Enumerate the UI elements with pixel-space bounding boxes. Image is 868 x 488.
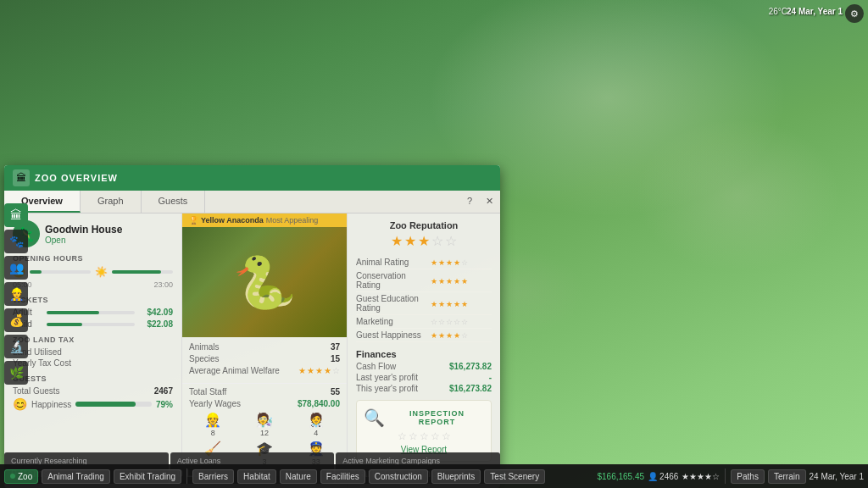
yearly-tax-row: Yearly Tax Cost	[13, 358, 173, 368]
cash-flow-row: Cash Flow $16,273.82	[356, 362, 492, 371]
panel-left: 🦎 Goodwin House Open OPENING HOURS 🌙 ☀️	[4, 214, 182, 488]
guest-happiness-stars: ★★★★☆	[431, 329, 492, 342]
panel-middle: 🏆 Yellow Anaconda Most Appealing Animals…	[182, 214, 348, 488]
guest-happiness-label: Guest Happiness	[356, 329, 431, 342]
rating-row-conservation: Conservation Rating ★★★★★	[356, 269, 492, 292]
sun-icon: ☀️	[95, 266, 108, 278]
cash-flow-label: Cash Flow	[356, 362, 396, 371]
happiness-label: Happiness	[31, 400, 71, 409]
date-display: 24 Mar, Year 1	[787, 7, 843, 16]
rep-star-2: ★	[404, 233, 416, 249]
zookeeper-icon: 👷	[204, 412, 221, 428]
land-utilised-row: Land Utilised	[13, 347, 173, 357]
taskbar-terrain-btn[interactable]: Terrain	[768, 469, 806, 484]
animal-icon-btn[interactable]: 🐾	[4, 230, 28, 253]
guest-icon-btn[interactable]: 👥	[4, 256, 28, 280]
rating-table: Animal Rating ★★★★☆ Conservation Rating …	[356, 256, 492, 342]
taskbar-sep-1	[186, 469, 187, 484]
star-rating: ★★★★☆	[682, 472, 720, 481]
happiness-pct: 79%	[156, 400, 173, 409]
zoo-name: Goodwin House	[45, 224, 173, 236]
rating-row-education: Guest Education Rating ★★★★★	[356, 292, 492, 315]
taskbar-scenery-btn[interactable]: Test Scenery	[484, 469, 545, 484]
habitat-label: Habitat	[243, 472, 270, 481]
taskbar-zoo-label: Zoo	[18, 472, 32, 481]
date-stat: 24 Mar, Year 1	[810, 472, 865, 481]
staff-cell-2: 🧑‍⚕️ 4	[292, 412, 340, 437]
overview-icon-btn[interactable]: 🏛	[4, 203, 28, 227]
hours-row: 🌙 ☀️	[13, 266, 173, 278]
terrain-label: Terrain	[774, 472, 800, 481]
total-staff-row: Total Staff 55	[189, 387, 340, 396]
last-year-label: Last year's profit	[356, 373, 418, 382]
zoo-name-info: Goodwin House Open	[45, 224, 173, 245]
panel-right: Zoo Reputation ★ ★ ★ ☆ ☆ Animal Rating ★…	[348, 214, 500, 488]
total-guests-value: 2467	[154, 386, 173, 396]
staff-icon-btn[interactable]: 👷	[4, 282, 28, 306]
taskbar-nature-btn[interactable]: Nature	[280, 469, 317, 484]
settings-icon[interactable]: ⚙	[845, 4, 864, 23]
animal-image	[182, 227, 347, 337]
tab-graph[interactable]: Graph	[81, 191, 142, 213]
taskbar-habitat-btn[interactable]: Habitat	[237, 469, 276, 484]
this-year-value: $16,273.82	[449, 384, 492, 393]
education-label: Guest Education Rating	[356, 292, 431, 315]
inspection-icon: 🔍	[364, 408, 385, 428]
rep-star-5: ☆	[445, 233, 457, 249]
taskbar-facilities-btn[interactable]: Facilities	[320, 469, 365, 484]
taskbar-sep-2	[725, 469, 726, 484]
finances-section: Finances Cash Flow $16,273.82 Last year'…	[356, 349, 492, 393]
research-icon-btn[interactable]: 🔬	[4, 335, 28, 358]
taskbar-animal-trading-btn[interactable]: Animal Trading	[42, 469, 110, 484]
welfare-stars: ★ ★ ★ ★ ☆	[298, 366, 340, 375]
child-price: $22.08	[139, 319, 173, 329]
rating-row-happiness: Guest Happiness ★★★★☆	[356, 329, 492, 342]
ticket-child-row: Child $22.08	[13, 319, 173, 329]
finance-icon-btn[interactable]: 💰	[4, 308, 28, 332]
opening-hours-label: OPENING HOURS	[13, 254, 173, 263]
animals-value: 37	[331, 342, 340, 352]
reputation-section: Zoo Reputation ★ ★ ★ ☆ ☆	[356, 220, 492, 249]
inspection-label: INSPECTION REPORT	[390, 409, 484, 426]
tab-guests[interactable]: Guests	[142, 191, 206, 213]
adult-ticket-slider[interactable]	[47, 311, 135, 314]
welfare-stat-row: Average Animal Welfare ★ ★ ★ ★ ☆	[189, 366, 340, 375]
rep-stars: ★ ★ ★ ☆ ☆	[356, 233, 492, 249]
taskbar-zoo-btn[interactable]: Zoo	[4, 469, 38, 484]
animal-rating-stars: ★★★★☆	[431, 256, 492, 269]
taskbar-exhibit-btn[interactable]: Exhibit Trading	[114, 469, 181, 484]
money-stat: $166,165.45	[597, 472, 644, 481]
scientist-icon: 🧑‍🔬	[256, 412, 273, 428]
total-guests-label: Total Guests	[13, 386, 60, 396]
yearly-wages-row: Yearly Wages $78,840.00	[189, 399, 340, 408]
guests-count: 2466	[659, 472, 678, 481]
bottom-taskbar: Zoo Animal Trading Exhibit Trading Barri…	[0, 464, 868, 488]
panel-content: 🦎 Goodwin House Open OPENING HOURS 🌙 ☀️	[4, 214, 500, 488]
animal-badge-sub: Most Appealing	[266, 216, 319, 225]
total-guests-row: Total Guests 2467	[13, 386, 173, 396]
tab-help[interactable]: ?	[460, 191, 479, 213]
taskbar-paths-btn[interactable]: Paths	[731, 469, 765, 484]
zoo-land-tax-label: ZOO LAND TAX	[13, 336, 173, 344]
child-ticket-slider[interactable]	[47, 323, 135, 326]
hours-slider[interactable]	[30, 270, 91, 274]
hours-slider-right[interactable]	[112, 270, 173, 274]
taskbar-barriers-btn[interactable]: Barriers	[192, 469, 234, 484]
top-right-icons: ⚙	[845, 4, 864, 23]
taskbar-construction-btn[interactable]: Construction	[369, 469, 428, 484]
conservation-icon-btn[interactable]: 🌿	[4, 361, 28, 385]
facilities-label: Facilities	[326, 472, 359, 481]
taskbar-right: $166,165.45 👤 2466 ★★★★☆ Paths Terrain 2…	[597, 469, 864, 484]
conservation-label: Conservation Rating	[356, 269, 431, 292]
barriers-label: Barriers	[198, 472, 228, 481]
last-year-value: -	[489, 373, 492, 382]
tab-close[interactable]: ✕	[479, 191, 500, 213]
open-to: 23:00	[153, 280, 173, 289]
taskbar-blueprints-btn[interactable]: Blueprints	[431, 469, 481, 484]
panel-header-icon: 🏛	[13, 169, 30, 186]
construction-label: Construction	[375, 472, 422, 481]
date-value: 24 Mar, Year 1	[810, 472, 865, 481]
nature-label: Nature	[286, 472, 311, 481]
species-stat-row: Species 15	[189, 354, 340, 363]
rep-star-4: ☆	[431, 233, 443, 249]
